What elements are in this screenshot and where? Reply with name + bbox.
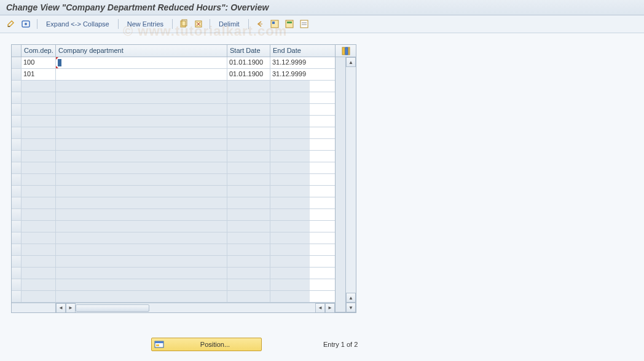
row-selector[interactable] (12, 139, 22, 150)
cell-empty[interactable] (22, 151, 56, 162)
cell-empty[interactable] (22, 209, 56, 220)
cell-empty[interactable] (270, 186, 310, 197)
cell-empty[interactable] (22, 81, 56, 92)
cell-empty[interactable] (227, 127, 270, 138)
column-header-start-date[interactable]: Start Date (227, 45, 270, 57)
cell-empty[interactable] (227, 256, 270, 267)
row-selector[interactable] (12, 232, 22, 244)
column-header-comdep[interactable]: Com.dep. (22, 45, 56, 57)
cell-company-department[interactable] (56, 69, 227, 80)
cell-empty[interactable] (22, 197, 56, 208)
cell-empty[interactable] (56, 174, 227, 185)
cell-empty[interactable] (56, 186, 227, 197)
expand-collapse-button[interactable]: Expand <-> Collapse (44, 20, 112, 28)
cell-empty[interactable] (56, 256, 227, 267)
cell-empty[interactable] (227, 197, 270, 208)
cell-start-date[interactable]: 01.01.1900 (227, 69, 270, 80)
cell-empty[interactable] (227, 139, 270, 150)
cell-empty[interactable] (227, 151, 270, 162)
cell-end-date[interactable]: 31.12.9999 (270, 69, 310, 80)
cell-empty[interactable] (56, 116, 227, 127)
cell-empty[interactable] (56, 209, 227, 220)
cell-empty[interactable] (56, 268, 227, 279)
cell-empty[interactable] (227, 209, 270, 220)
row-selector[interactable] (12, 151, 22, 162)
cell-empty[interactable] (270, 244, 310, 255)
cell-empty[interactable] (270, 104, 310, 115)
row-selector[interactable] (12, 127, 22, 138)
row-selector[interactable] (12, 221, 22, 232)
cell-empty[interactable] (270, 256, 310, 267)
row-selector[interactable] (12, 197, 22, 208)
cell-empty[interactable] (270, 92, 310, 103)
cell-empty[interactable] (270, 291, 310, 302)
row-selector[interactable] (12, 69, 22, 80)
configure-columns-icon[interactable] (336, 45, 356, 57)
column-selector[interactable] (12, 45, 22, 57)
cell-empty[interactable] (270, 81, 310, 92)
row-selector[interactable] (12, 186, 22, 197)
cell-start-date[interactable]: 01.01.1900 (227, 57, 270, 68)
cell-empty[interactable] (22, 104, 56, 115)
row-selector[interactable] (12, 116, 22, 127)
cell-empty[interactable] (270, 162, 310, 173)
cell-empty[interactable] (227, 244, 270, 255)
scroll-down-button[interactable]: ▼ (346, 303, 356, 312)
row-selector[interactable] (12, 244, 22, 255)
cell-empty[interactable] (22, 279, 56, 290)
position-button[interactable]: Position... (151, 338, 262, 351)
cell-empty[interactable] (22, 268, 56, 279)
hscroll-thumb[interactable] (76, 304, 149, 312)
cell-empty[interactable] (22, 244, 56, 255)
cell-empty[interactable] (227, 186, 270, 197)
scroll-right-button[interactable]: ► (66, 303, 76, 313)
delete-icon[interactable] (194, 19, 203, 29)
cell-empty[interactable] (270, 209, 310, 220)
cell-empty[interactable] (270, 221, 310, 232)
cell-empty[interactable] (22, 232, 56, 244)
row-selector[interactable] (12, 279, 22, 290)
cell-empty[interactable] (270, 279, 310, 290)
cell-empty[interactable] (270, 268, 310, 279)
cell-empty[interactable] (56, 162, 227, 173)
cell-empty[interactable] (227, 232, 270, 244)
row-selector[interactable] (12, 57, 22, 68)
copy-icon[interactable] (179, 19, 189, 29)
cell-empty[interactable] (227, 92, 270, 103)
row-selector[interactable] (12, 291, 22, 302)
select-block-icon[interactable] (285, 19, 294, 29)
delimit-button[interactable]: Delimit (216, 20, 242, 28)
row-selector[interactable] (12, 174, 22, 185)
cell-comdep[interactable]: 101 (22, 69, 56, 80)
scroll-right-end-button[interactable]: ► (325, 303, 335, 313)
cell-empty[interactable] (227, 268, 270, 279)
cell-end-date[interactable]: 31.12.9999 (270, 57, 310, 68)
cell-empty[interactable] (270, 127, 310, 138)
row-selector[interactable] (12, 268, 22, 279)
deselect-all-icon[interactable] (299, 19, 309, 29)
select-all-icon[interactable] (270, 19, 280, 29)
cell-empty[interactable] (227, 279, 270, 290)
cell-empty[interactable] (270, 116, 310, 127)
scroll-up-page-button[interactable]: ▲ (346, 293, 356, 303)
cell-empty[interactable] (56, 197, 227, 208)
other-view-icon[interactable] (21, 19, 31, 29)
cell-empty[interactable] (227, 81, 270, 92)
cell-empty[interactable] (227, 174, 270, 185)
cell-empty[interactable] (22, 127, 56, 138)
cell-empty[interactable] (227, 104, 270, 115)
row-selector[interactable] (12, 209, 22, 220)
cell-empty[interactable] (56, 81, 227, 92)
hscroll-track[interactable] (76, 304, 315, 312)
column-header-end-date[interactable]: End Date (270, 45, 310, 57)
scroll-left-button[interactable]: ◄ (56, 303, 66, 313)
cell-empty[interactable] (22, 221, 56, 232)
cell-empty[interactable] (56, 279, 227, 290)
cell-empty[interactable] (22, 162, 56, 173)
scroll-left-end-button[interactable]: ◄ (315, 303, 325, 313)
column-header-company-department[interactable]: Company department (56, 45, 227, 57)
scroll-up-button[interactable]: ▲ (346, 57, 356, 67)
cell-empty[interactable] (56, 92, 227, 103)
row-selector[interactable] (12, 81, 22, 92)
cell-company-department[interactable] (56, 57, 227, 68)
